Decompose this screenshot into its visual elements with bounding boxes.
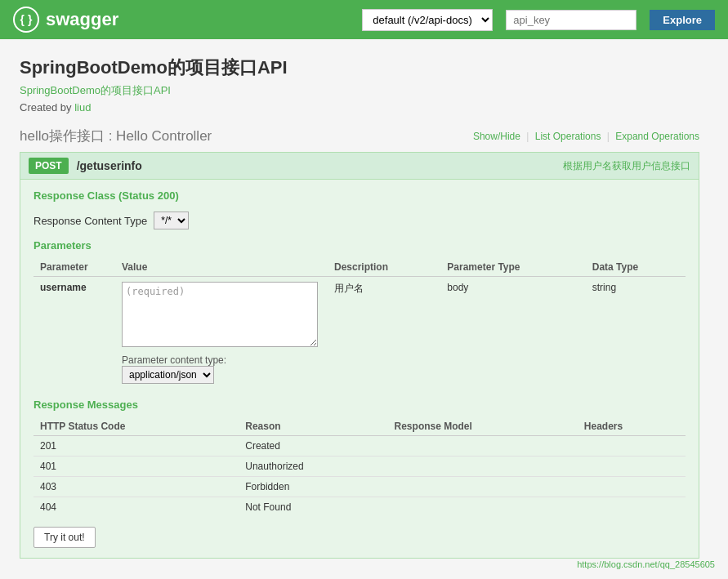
endpoint-desc: 根据用户名获取用户信息接口 (563, 159, 690, 173)
page-title: SpringBootDemo的项目接口API (20, 56, 699, 80)
resp-headers (578, 497, 686, 518)
controller-actions: Show/Hide | List Operations | Expand Ope… (473, 131, 699, 142)
page-subtitle: SpringBootDemo的项目接口API (20, 83, 699, 98)
method-badge: POST (29, 158, 69, 174)
param-name: username (33, 277, 115, 390)
explore-button[interactable]: Explore (650, 10, 715, 30)
table-row: 201 Created (33, 436, 686, 457)
resp-reason: Not Found (239, 497, 387, 518)
endpoint-content: Response Class (Status 200) Response Con… (20, 180, 699, 558)
controller-header: hello操作接口 : Hello Controller Show/Hide |… (20, 127, 699, 145)
resp-model (388, 497, 578, 518)
try-it-out-button[interactable]: Try it out! (33, 527, 96, 548)
footer: [ BASE URL: / , API VERSION: 1.0.0 ] (20, 572, 699, 579)
resp-model (388, 477, 578, 497)
header: { } swagger default (/v2/api-docs) Explo… (0, 0, 728, 39)
parameters-title: Parameters (33, 239, 686, 252)
expand-operations-link[interactable]: Expand Operations (615, 131, 699, 142)
api-docs-select[interactable]: default (/v2/api-docs) (362, 9, 493, 31)
created-by: Created by liud (20, 101, 699, 114)
logo-text: swagger (46, 9, 118, 30)
controller-title: hello操作接口 : Hello Controller (20, 127, 212, 145)
param-value-input[interactable]: (required) (122, 282, 318, 347)
param-value-cell: (required) Parameter content type: appli… (115, 277, 328, 390)
show-hide-link[interactable]: Show/Hide (473, 131, 520, 142)
param-header-parameter: Parameter (33, 258, 115, 277)
resp-headers (578, 457, 686, 477)
api-key-input[interactable] (506, 10, 636, 30)
param-header-value: Value (115, 258, 328, 277)
table-row: 401 Unauthorized (33, 457, 686, 477)
page-subtitle-link[interactable]: SpringBootDemo的项目接口API (20, 84, 171, 96)
resp-model (388, 457, 578, 477)
table-row: username (required) Parameter content ty… (33, 277, 686, 390)
resp-code: 403 (33, 477, 239, 497)
controller-name: hello操作接口 (20, 128, 105, 144)
params-tbody: username (required) Parameter content ty… (33, 277, 686, 390)
param-type: body (440, 277, 585, 390)
resp-reason: Created (239, 436, 387, 457)
swagger-icon: { } (13, 7, 39, 33)
response-content-type-select[interactable]: */* (154, 212, 189, 229)
resp-header-code: HTTP Status Code (33, 417, 239, 436)
response-messages-title: Response Messages (33, 399, 686, 411)
resp-header-reason: Reason (239, 417, 387, 436)
param-header-description: Description (328, 258, 440, 277)
response-table: HTTP Status Code Reason Response Model H… (33, 417, 686, 517)
logo: { } swagger (13, 7, 118, 33)
table-row: 403 Forbidden (33, 477, 686, 497)
watermark: https://blog.csdn.net/qq_28545605 (577, 559, 715, 569)
resp-code: 401 (33, 457, 239, 477)
response-content-type-label: Response Content Type (33, 215, 147, 227)
parameters-section: Parameters Parameter Value Description P… (33, 239, 686, 389)
resp-code: 404 (33, 497, 239, 518)
endpoint-path: /getuserinfo (77, 159, 563, 172)
param-description: 用户名 (328, 277, 440, 390)
table-row: 404 Not Found (33, 497, 686, 518)
list-operations-link[interactable]: List Operations (535, 131, 601, 142)
response-content-type: Response Content Type */* (33, 212, 686, 229)
response-messages: Response Messages HTTP Status Code Reaso… (33, 399, 686, 517)
endpoint-header: POST /getuserinfo 根据用户名获取用户信息接口 (20, 153, 699, 180)
main-content: SpringBootDemo的项目接口API SpringBootDemo的项目… (0, 39, 719, 579)
resp-headers (578, 477, 686, 497)
param-content-type-select[interactable]: application/json (122, 366, 214, 384)
controller-subtitle: : Hello Controller (109, 128, 212, 144)
response-class: Response Class (Status 200) (33, 189, 686, 202)
resp-reason: Forbidden (239, 477, 387, 497)
resp-headers (578, 436, 686, 457)
resp-model (388, 436, 578, 457)
resp-header-headers: Headers (578, 417, 686, 436)
resp-reason: Unauthorized (239, 457, 387, 477)
params-table: Parameter Value Description Parameter Ty… (33, 258, 686, 389)
param-header-datatype: Data Type (586, 258, 686, 277)
endpoint-block: POST /getuserinfo 根据用户名获取用户信息接口 Response… (20, 152, 699, 559)
author-link[interactable]: liud (74, 101, 91, 114)
param-content-type: Parameter content type: application/json (122, 354, 321, 384)
param-header-type: Parameter Type (440, 258, 585, 277)
resp-code: 201 (33, 436, 239, 457)
resp-header-model: Response Model (388, 417, 578, 436)
response-tbody: 201 Created 401 Unauthorized 403 Forbidd… (33, 436, 686, 518)
param-datatype: string (586, 277, 686, 390)
response-class-title: Response Class (Status 200) (33, 189, 686, 202)
